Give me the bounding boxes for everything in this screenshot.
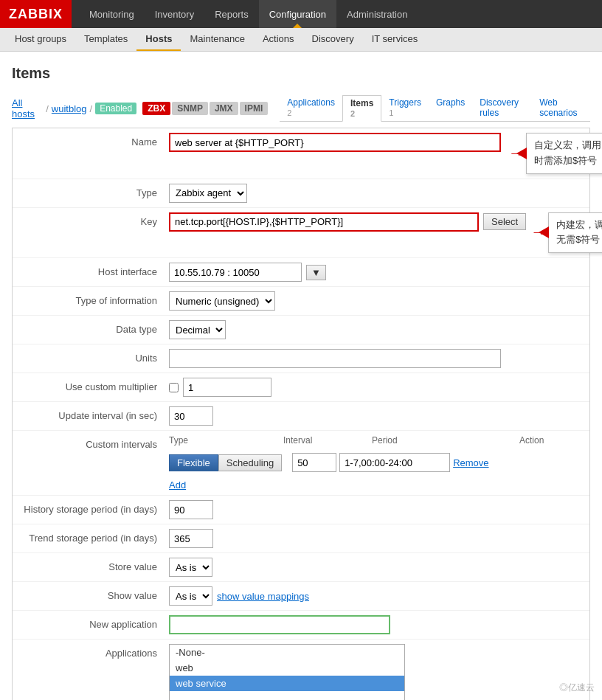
interval-type-tabs: Flexible Scheduling [169, 454, 282, 471]
tab-graphs[interactable]: Graphs [429, 95, 472, 122]
trend-control [169, 529, 581, 548]
multiplier-checkbox[interactable] [169, 383, 179, 392]
nav-configuration[interactable]: Configuration [259, 0, 336, 28]
tab-web-scenarios[interactable]: Web scenarios [532, 95, 590, 122]
host-interface-dropdown[interactable]: ▼ [306, 265, 326, 280]
period-value-input[interactable] [339, 453, 450, 472]
new-app-input[interactable] [169, 615, 390, 634]
new-app-label: New application [21, 615, 169, 630]
breadcrumb-all-hosts[interactable]: All hosts [12, 97, 43, 119]
nav-hosts[interactable]: Hosts [136, 28, 181, 51]
multiplier-control [169, 378, 581, 397]
breadcrumb-status: Enabled [95, 103, 136, 114]
type-control: Zabbix agent [169, 184, 581, 203]
update-interval-input[interactable] [169, 406, 213, 426]
history-row: History storage period (in days) [13, 496, 589, 524]
app-item-web-service[interactable]: web service [170, 676, 404, 691]
store-value-control: As is [169, 558, 581, 577]
col-period-header: Period [372, 435, 519, 446]
host-interface-control: ▼ [169, 263, 581, 282]
name-row: Name → 自定义宏，调用 时需添加$符号 [13, 128, 589, 179]
nav-it-services[interactable]: IT services [363, 28, 427, 51]
breadcrumb-row: All hosts / wuitblog / Enabled ZBX SNMP … [12, 95, 590, 122]
store-value-label: Store value [21, 558, 169, 572]
host-interface-label: Host interface [21, 263, 169, 277]
type-label: Type [21, 184, 169, 198]
custom-intervals-control: Type Interval Period Action Flexible Sch… [169, 435, 581, 491]
top-navigation: ZABBIX Monitoring Inventory Reports Conf… [0, 0, 602, 28]
proto-ipmi[interactable]: IPMI [240, 102, 269, 115]
app-item-none[interactable]: -None- [170, 645, 404, 660]
show-value-row: Show value As is show value mappings [13, 582, 589, 611]
units-label: Units [21, 349, 169, 364]
second-navigation: Host groups Templates Hosts Maintenance … [0, 28, 602, 52]
tab-items[interactable]: Items 2 [342, 95, 381, 122]
key-row: Key Select → 内建宏，调用时 无需$符号 [13, 208, 589, 259]
nav-maintenance[interactable]: Maintenance [181, 28, 253, 51]
show-value-select[interactable]: As is [169, 586, 212, 606]
breadcrumb-sep1: / [46, 103, 49, 114]
applications-row: Applications -None- web web service [13, 640, 589, 700]
multiplier-label: Use custom multiplier [21, 378, 169, 392]
update-interval-label: Update interval (in sec) [21, 406, 169, 421]
tab-applications[interactable]: Applications 2 [280, 95, 342, 122]
key-label: Key [21, 212, 169, 227]
multiplier-value[interactable] [183, 378, 271, 397]
name-label: Name [21, 133, 169, 148]
nav-templates[interactable]: Templates [75, 28, 136, 51]
items-form: Name → 自定义宏，调用 时需添加$符号 Typ [12, 128, 590, 700]
add-interval-link[interactable]: Add [169, 479, 186, 491]
show-value-mappings-link[interactable]: show value mappings [217, 591, 309, 602]
select-button[interactable]: Select [483, 213, 526, 230]
trend-input[interactable] [169, 529, 213, 548]
interval-value-input[interactable] [292, 453, 336, 472]
history-input[interactable] [169, 500, 213, 519]
tab-triggers[interactable]: Triggers 1 [381, 95, 429, 122]
units-input[interactable] [169, 349, 501, 368]
applications-control: -None- web web service [169, 644, 581, 700]
nav-actions[interactable]: Actions [254, 28, 303, 51]
col-action-header: Action [519, 435, 544, 446]
proto-snmp[interactable]: SNMP [172, 102, 208, 115]
trend-row: Trend storage period (in days) [13, 524, 589, 553]
type-info-select[interactable]: Numeric (unsigned) [169, 291, 275, 311]
store-value-select[interactable]: As is [169, 558, 212, 577]
update-interval-row: Update interval (in sec) [13, 402, 589, 431]
scheduling-tab[interactable]: Scheduling [218, 454, 282, 471]
top-nav-items: Monitoring Inventory Reports Configurati… [79, 0, 418, 28]
new-application-row: New application [13, 611, 589, 640]
nav-administration[interactable]: Administration [336, 0, 418, 28]
annotation-custom-macro: 自定义宏，调用 时需添加$符号 [526, 133, 602, 174]
intervals-header: Type Interval Period Action [169, 435, 544, 446]
tab-discovery-rules[interactable]: Discovery rules [472, 95, 532, 122]
name-control [169, 133, 501, 152]
nav-inventory[interactable]: Inventory [145, 0, 204, 28]
form-section: Name → 自定义宏，调用 时需添加$符号 Typ [12, 128, 590, 700]
logo: ZABBIX [0, 0, 72, 28]
nav-discovery[interactable]: Discovery [303, 28, 363, 51]
flexible-tab[interactable]: Flexible [169, 454, 218, 471]
data-type-row: Data type Decimal [13, 316, 589, 344]
key-control: Select [169, 212, 526, 232]
watermark: ◎亿速云 [559, 682, 595, 694]
history-label: History storage period (in days) [21, 500, 169, 515]
type-select[interactable]: Zabbix agent [169, 184, 247, 203]
history-control [169, 500, 581, 519]
remove-link[interactable]: Remove [453, 457, 488, 468]
nav-host-groups[interactable]: Host groups [6, 28, 75, 51]
app-item-web[interactable]: web [170, 660, 404, 676]
proto-zbx[interactable]: ZBX [142, 102, 170, 115]
proto-jmx[interactable]: JMX [210, 102, 238, 115]
data-type-select[interactable]: Decimal [169, 320, 226, 339]
host-interface-input[interactable] [169, 263, 302, 282]
page-title: Items [12, 59, 590, 88]
breadcrumb-host[interactable]: wuitblog [52, 103, 87, 114]
nav-monitoring[interactable]: Monitoring [79, 0, 145, 28]
applications-list: -None- web web service [169, 644, 405, 700]
host-interface-row: Host interface ▼ [13, 258, 589, 287]
protocol-tabs: ZBX SNMP JMX IPMI [142, 102, 268, 115]
nav-reports[interactable]: Reports [204, 0, 259, 28]
key-input[interactable] [169, 212, 479, 232]
name-input[interactable] [169, 133, 501, 152]
data-type-label: Data type [21, 320, 169, 335]
